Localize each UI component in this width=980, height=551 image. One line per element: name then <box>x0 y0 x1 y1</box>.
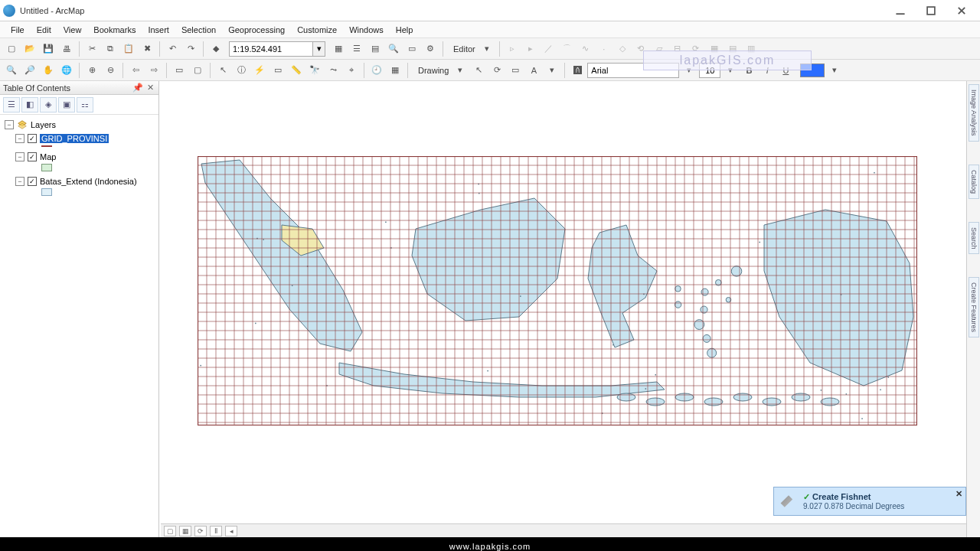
notification-close-icon[interactable]: ✕ <box>956 489 962 499</box>
layer-row-map[interactable]: − ✓ Map <box>2 150 157 164</box>
endpoint-arc-icon[interactable]: ⌒ <box>559 41 576 57</box>
pause-drawing-button[interactable]: Ⅱ <box>210 526 222 536</box>
layers-root[interactable]: − Layers <box>2 118 157 132</box>
full-extent-icon[interactable]: 🌐 <box>58 62 75 79</box>
measure-icon[interactable]: 📏 <box>288 62 305 79</box>
refresh-view-button[interactable]: ⟳ <box>194 526 207 536</box>
map-canvas[interactable] <box>198 156 917 425</box>
fill-color-swatch[interactable] <box>800 64 825 77</box>
collapse-icon[interactable]: − <box>15 152 24 161</box>
editor-toolbar-icon[interactable]: ▦ <box>330 41 347 57</box>
pan-icon[interactable]: ✋ <box>40 62 57 79</box>
point-icon[interactable]: · <box>596 41 612 57</box>
copy-icon[interactable]: ⧉ <box>102 41 119 57</box>
straight-segment-icon[interactable]: ／ <box>541 41 557 57</box>
menu-file[interactable]: File <box>5 24 31 36</box>
find-route-icon[interactable]: ⤳ <box>325 62 341 79</box>
new-doc-icon[interactable]: ▢ <box>3 41 20 57</box>
select-features-icon[interactable]: ▭ <box>171 62 188 79</box>
save-icon[interactable]: 💾 <box>40 41 57 57</box>
italic-icon[interactable]: I <box>759 62 776 79</box>
layer-row-grid-provinsi[interactable]: − ✓ GRID_PROVINSI <box>2 132 157 145</box>
create-features-icon[interactable]: ▥ <box>743 41 760 57</box>
catalog-window-icon[interactable]: ▤ <box>367 41 384 57</box>
collapse-icon[interactable]: − <box>15 134 24 143</box>
rotate-icon[interactable]: ⟳ <box>688 41 704 57</box>
menu-bookmarks[interactable]: Bookmarks <box>87 24 142 36</box>
search-window-icon[interactable]: 🔍 <box>385 41 402 57</box>
layer-row-batas-extend[interactable]: − ✓ Batas_Extend (Indonesia) <box>2 174 157 188</box>
layer-symbol-fill[interactable] <box>41 164 52 171</box>
cut-icon[interactable]: ✂ <box>83 41 100 57</box>
text-icon[interactable]: A <box>525 62 542 79</box>
layer-symbol-fill[interactable] <box>41 188 52 196</box>
layer-symbol-line[interactable] <box>41 145 52 147</box>
trace-icon[interactable]: ∿ <box>577 41 594 57</box>
edit-tool-icon[interactable]: ▹ <box>504 41 521 57</box>
python-window-icon[interactable]: ▭ <box>403 41 420 57</box>
drawing-dropdown-icon[interactable]: ▾ <box>452 62 469 79</box>
rectangle-icon[interactable]: ▭ <box>507 62 524 79</box>
color-dd-icon[interactable]: ▾ <box>826 62 843 79</box>
attributes-icon[interactable]: ▦ <box>706 41 723 57</box>
split-icon[interactable]: ⊟ <box>669 41 686 57</box>
list-by-selection-icon[interactable]: ▣ <box>58 97 75 112</box>
layer-visibility-checkbox[interactable]: ✓ <box>28 152 37 161</box>
goto-xy-icon[interactable]: ⌖ <box>343 62 360 79</box>
toc-icon[interactable]: ☰ <box>348 41 365 57</box>
reshape-icon[interactable]: ⟲ <box>632 41 649 57</box>
prev-extent-icon[interactable]: ⇦ <box>127 62 144 79</box>
create-features-tab[interactable]: Create Features <box>969 277 979 337</box>
underline-icon[interactable]: U <box>777 62 794 79</box>
html-popup-icon[interactable]: ▭ <box>270 62 286 79</box>
collapse-icon[interactable]: − <box>5 120 14 129</box>
next-extent-icon[interactable]: ⇨ <box>145 62 162 79</box>
toc-options-icon[interactable]: ⚏ <box>77 97 93 112</box>
list-by-drawing-order-icon[interactable]: ☰ <box>3 97 20 112</box>
search-tab[interactable]: Search <box>969 222 979 255</box>
zoom-out-icon[interactable]: 🔎 <box>21 62 38 79</box>
layer-label[interactable]: Batas_Extend (Indonesia) <box>40 177 137 186</box>
geoprocessing-notification[interactable]: ✓ Create Fishnet 9.027 0.878 Decimal Deg… <box>773 487 966 516</box>
layer-label[interactable]: GRID_PROVINSI <box>40 134 109 143</box>
time-slider-icon[interactable]: 🕘 <box>368 62 385 79</box>
menu-view[interactable]: View <box>57 24 88 36</box>
menu-edit[interactable]: Edit <box>31 24 57 36</box>
size-dd-icon[interactable]: ▾ <box>722 62 739 79</box>
toc-close-icon[interactable]: ✕ <box>145 83 155 93</box>
list-by-visibility-icon[interactable]: ◈ <box>40 97 57 112</box>
find-icon[interactable]: 🔭 <box>306 62 323 79</box>
catalog-tab[interactable]: Catalog <box>969 165 979 199</box>
add-data-icon[interactable]: ◆ <box>207 41 224 57</box>
editor-dropdown-icon[interactable]: ▾ <box>479 41 495 57</box>
rotate-graphic-icon[interactable]: ⟳ <box>488 62 505 79</box>
font-size-input[interactable] <box>699 63 720 78</box>
drawing-menu-label[interactable]: Drawing <box>412 66 450 75</box>
minimize-button[interactable] <box>885 2 916 20</box>
map-view[interactable]: ▢ ▦ ⟳ Ⅱ ◂ ✓ Create Fishnet 9.027 0.878 D… <box>159 81 966 537</box>
menu-customize[interactable]: Customize <box>291 24 343 36</box>
select-elements-icon[interactable]: ↖ <box>214 62 231 79</box>
delete-icon[interactable]: ✖ <box>139 41 155 57</box>
close-button[interactable] <box>946 2 977 20</box>
bold-icon[interactable]: B <box>740 62 757 79</box>
menu-help[interactable]: Help <box>390 24 420 36</box>
layout-view-button[interactable]: ▦ <box>179 526 191 536</box>
create-viewer-icon[interactable]: ▦ <box>387 62 403 79</box>
menu-selection[interactable]: Selection <box>175 24 222 36</box>
paste-icon[interactable]: 📋 <box>120 41 137 57</box>
menu-windows[interactable]: Windows <box>343 24 390 36</box>
select-graphic-icon[interactable]: ↖ <box>470 62 487 79</box>
cut-polygons-icon[interactable]: ▱ <box>651 41 668 57</box>
image-analysis-tab[interactable]: Image Analysis <box>969 84 979 142</box>
layer-label[interactable]: Map <box>40 152 56 161</box>
hyperlink-icon[interactable]: ⚡ <box>251 62 268 79</box>
layer-visibility-checkbox[interactable]: ✓ <box>28 177 37 186</box>
data-view-button[interactable]: ▢ <box>164 526 176 536</box>
edit-vertices-icon[interactable]: ◇ <box>614 41 631 57</box>
menu-geoprocessing[interactable]: Geoprocessing <box>222 24 291 36</box>
redo-icon[interactable]: ↷ <box>182 41 199 57</box>
font-name-input[interactable] <box>587 63 679 78</box>
clear-selection-icon[interactable]: ▢ <box>189 62 206 79</box>
open-icon[interactable]: 📂 <box>21 41 38 57</box>
